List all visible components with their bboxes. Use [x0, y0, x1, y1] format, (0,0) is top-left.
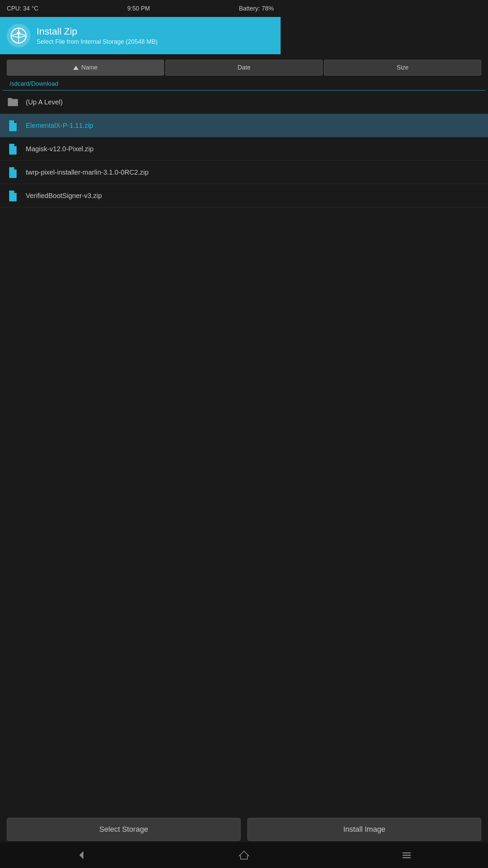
zip-icon-magisk	[7, 143, 19, 155]
cpu-status: CPU: 34 °C	[7, 5, 38, 12]
battery-status: Battery: 78%	[239, 5, 274, 12]
zip-icon-verifiedboot	[7, 190, 19, 202]
file-item-twrp[interactable]: twrp-pixel-installer-marlin-3.1.0-0RC2.z…	[0, 161, 281, 184]
sort-arrow-icon	[73, 66, 79, 70]
sort-date-button[interactable]: Date	[165, 60, 281, 76]
sort-date-label: Date	[238, 64, 250, 71]
file-name-verifiedboot: VerifiedBootSigner-v3.zip	[26, 192, 102, 200]
folder-icon	[7, 96, 19, 108]
app-header: Install Zip Select File from Internal St…	[0, 17, 281, 54]
file-name-twrp: twrp-pixel-installer-marlin-3.1.0-0RC2.z…	[26, 169, 148, 176]
sort-name-button[interactable]: Name	[7, 60, 164, 76]
file-item-magisk[interactable]: Magisk-v12.0-Pixel.zip	[0, 137, 281, 161]
sort-bar: Name Date Size	[0, 54, 281, 76]
header-text: Install Zip Select File from Internal St…	[37, 26, 158, 45]
app-icon	[7, 24, 30, 47]
sort-name-label: Name	[81, 64, 98, 71]
file-list: (Up A Level) ElementalX-P-1.11.zip Magis…	[0, 91, 281, 208]
path-bar: /sdcard/Download	[3, 76, 281, 91]
current-path: /sdcard/Download	[9, 80, 58, 87]
time-status: 9:50 PM	[127, 5, 150, 12]
file-item-up[interactable]: (Up A Level)	[0, 91, 281, 114]
zip-icon-elementalx	[7, 119, 19, 132]
app-title: Install Zip	[37, 26, 158, 37]
file-item-elementalx[interactable]: ElementalX-P-1.11.zip	[0, 114, 281, 137]
status-bar: CPU: 34 °C 9:50 PM Battery: 78%	[0, 0, 281, 17]
file-item-verifiedboot[interactable]: VerifiedBootSigner-v3.zip	[0, 184, 281, 208]
app-subtitle: Select File from Internal Storage (20548…	[37, 38, 158, 45]
file-name-up: (Up A Level)	[26, 98, 63, 106]
zip-icon-twrp	[7, 166, 19, 178]
main-content: Name Date Size /sdcard/Download (Up A Le…	[0, 54, 281, 499]
file-name-elementalx: ElementalX-P-1.11.zip	[26, 122, 93, 130]
file-name-magisk: Magisk-v12.0-Pixel.zip	[26, 145, 94, 153]
